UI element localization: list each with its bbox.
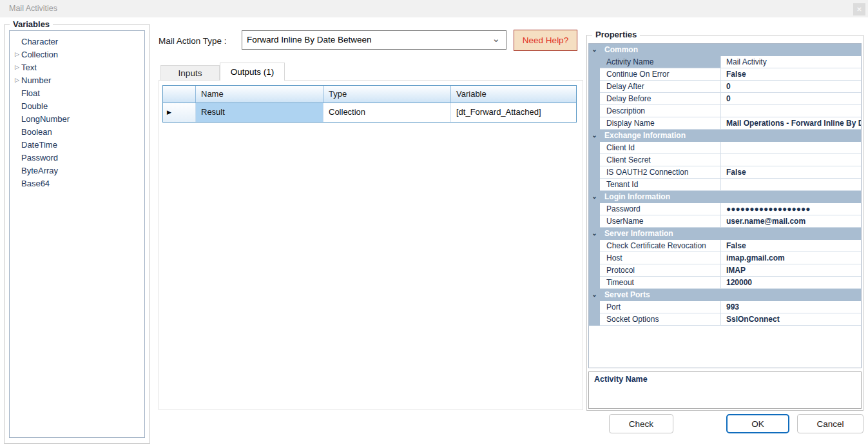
property-value[interactable] xyxy=(721,105,861,117)
tree-item-number[interactable]: ▷Number xyxy=(10,74,144,86)
tree-item-boolean[interactable]: Boolean xyxy=(10,125,144,138)
tree-item-float[interactable]: Float xyxy=(10,86,144,99)
property-row[interactable]: Tenant Id xyxy=(589,179,861,191)
tab-inputs[interactable]: Inputs xyxy=(160,65,220,81)
cell-name[interactable]: Result xyxy=(196,103,323,122)
property-category-server-information[interactable]: ⌄Server Information xyxy=(589,228,861,240)
property-value[interactable]: False xyxy=(721,166,861,179)
tree-item-label: Boolean xyxy=(21,127,52,137)
property-gutter xyxy=(589,179,600,191)
property-row[interactable]: Display NameMail Operations - Forward In… xyxy=(589,117,861,130)
property-label: Client Id xyxy=(600,142,721,154)
tree-item-bytearray[interactable]: ByteArray xyxy=(10,164,144,177)
expander-icon[interactable]: ▷ xyxy=(13,77,21,83)
property-value[interactable]: SslOnConnect xyxy=(721,313,861,326)
property-gutter xyxy=(589,93,600,105)
property-row[interactable]: Password●●●●●●●●●●●●●●●●●● xyxy=(589,203,861,215)
property-gutter xyxy=(589,56,600,68)
property-value[interactable]: Mail Activity xyxy=(721,56,861,68)
property-row[interactable]: Delay Before0 xyxy=(589,93,861,105)
property-row[interactable]: Activity NameMail Activity xyxy=(589,56,861,68)
property-gutter xyxy=(589,252,600,264)
property-value[interactable]: Mail Operations - Forward Inline By Dat xyxy=(721,117,861,130)
table-header-row: NameTypeVariable xyxy=(163,86,576,103)
property-row[interactable]: Port993 xyxy=(589,301,861,313)
property-value[interactable]: user.name@mail.com xyxy=(721,215,861,228)
property-row[interactable]: Socket OptionsSslOnConnect xyxy=(589,313,861,326)
table-header-name[interactable]: Name xyxy=(196,86,323,103)
property-value[interactable]: False xyxy=(721,68,861,81)
property-row[interactable]: Delay After0 xyxy=(589,81,861,93)
property-category-login-information[interactable]: ⌄Login Information xyxy=(589,191,861,203)
table-header-selector xyxy=(163,86,196,103)
tree-item-label: Float xyxy=(21,88,40,98)
property-row[interactable]: Check Certificate RevocationFalse xyxy=(589,240,861,252)
property-row[interactable]: Client Id xyxy=(589,142,861,154)
property-gutter xyxy=(589,81,600,93)
property-gutter xyxy=(589,203,600,215)
tree-item-label: Collection xyxy=(21,50,58,59)
property-value[interactable]: ●●●●●●●●●●●●●●●●●● xyxy=(721,203,861,215)
property-row[interactable]: UserNameuser.name@mail.com xyxy=(589,215,861,228)
property-row[interactable]: Hostimap.gmail.com xyxy=(589,252,861,264)
property-category-common[interactable]: ⌄Common xyxy=(589,44,861,56)
property-gutter xyxy=(589,264,600,277)
property-value[interactable]: IMAP xyxy=(721,264,861,277)
ok-button[interactable]: OK xyxy=(726,414,789,433)
chevron-down-icon[interactable]: ⌄ xyxy=(589,191,600,203)
variables-groupbox: Variables Character▷Collection▷Text▷Numb… xyxy=(4,25,150,444)
property-value[interactable]: 0 xyxy=(721,81,861,93)
table-header-type[interactable]: Type xyxy=(323,86,451,103)
tree-item-text[interactable]: ▷Text xyxy=(10,61,144,74)
expander-icon[interactable]: ▷ xyxy=(13,51,21,57)
property-row[interactable]: Timeout120000 xyxy=(589,277,861,289)
tree-item-base64[interactable]: Base64 xyxy=(10,177,144,190)
check-button[interactable]: Check xyxy=(609,414,673,433)
property-label: Port xyxy=(600,301,721,313)
tree-item-longnumber[interactable]: LongNumber xyxy=(10,112,144,125)
need-help-button[interactable]: Need Help? xyxy=(514,30,577,51)
property-label: Password xyxy=(600,203,721,215)
property-row[interactable]: IS OAUTH2 ConnectionFalse xyxy=(589,166,861,179)
tree-item-label: Base64 xyxy=(21,179,50,188)
property-category-servet-ports[interactable]: ⌄Servet Ports xyxy=(589,289,861,301)
tree-item-character[interactable]: Character xyxy=(10,35,144,48)
property-row[interactable]: Client Secret xyxy=(589,154,861,166)
property-value[interactable] xyxy=(721,142,861,154)
mail-action-type-select[interactable]: Forward Inline By Date Between ⌄ xyxy=(242,30,506,50)
expander-icon[interactable]: ▷ xyxy=(13,64,21,70)
property-value[interactable] xyxy=(721,179,861,191)
properties-legend: Properties xyxy=(592,30,640,39)
close-button[interactable]: ✕ xyxy=(853,3,865,15)
property-value[interactable] xyxy=(721,154,861,166)
property-gutter xyxy=(589,277,600,289)
tree-item-password[interactable]: Password xyxy=(10,151,144,164)
cell-type[interactable]: Collection xyxy=(323,103,451,122)
property-row[interactable]: Continue On ErrorFalse xyxy=(589,68,861,81)
tree-item-datetime[interactable]: DateTime xyxy=(10,138,144,151)
property-value[interactable]: 993 xyxy=(721,301,861,313)
property-row[interactable]: Description xyxy=(589,105,861,117)
tree-item-label: Password xyxy=(21,153,58,163)
chevron-down-icon[interactable]: ⌄ xyxy=(589,130,600,142)
cancel-button[interactable]: Cancel xyxy=(797,414,863,433)
properties-grid: ⌄CommonActivity NameMail ActivityContinu… xyxy=(588,43,862,368)
property-value[interactable]: 0 xyxy=(721,93,861,105)
property-value[interactable]: 120000 xyxy=(721,277,861,289)
cell-variable[interactable]: [dt_Forward_Attached] xyxy=(451,103,576,122)
property-gutter xyxy=(589,68,600,81)
property-row[interactable]: ProtocolIMAP xyxy=(589,264,861,277)
chevron-down-icon[interactable]: ⌄ xyxy=(589,289,600,301)
tab-outputs[interactable]: Outputs (1) xyxy=(220,63,285,81)
table-row[interactable]: ▶ResultCollection[dt_Forward_Attached] xyxy=(163,103,576,122)
property-value[interactable]: imap.gmail.com xyxy=(721,252,861,264)
row-marker-icon: ▶ xyxy=(163,103,196,122)
variables-tree[interactable]: Character▷Collection▷Text▷NumberFloatDou… xyxy=(9,30,145,438)
property-value[interactable]: False xyxy=(721,240,861,252)
chevron-down-icon[interactable]: ⌄ xyxy=(589,44,600,56)
tree-item-double[interactable]: Double xyxy=(10,99,144,112)
property-category-exchange-information[interactable]: ⌄Exchange Information xyxy=(589,130,861,142)
table-header-variable[interactable]: Variable xyxy=(451,86,576,103)
chevron-down-icon[interactable]: ⌄ xyxy=(589,228,600,240)
tree-item-collection[interactable]: ▷Collection xyxy=(10,48,144,61)
